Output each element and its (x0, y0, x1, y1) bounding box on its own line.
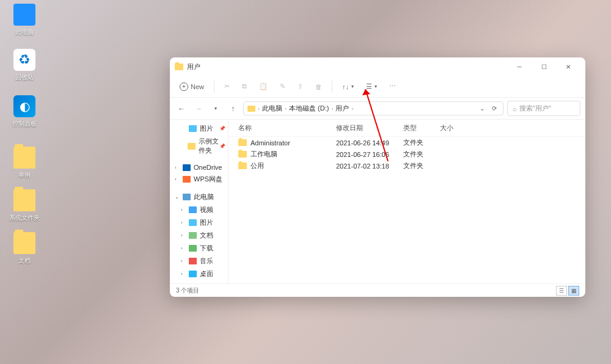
back-button[interactable]: ← (175, 102, 188, 115)
tree-icon (189, 258, 197, 264)
share-button[interactable]: ⇪ (293, 80, 308, 93)
sidebar-label: 桌面 (200, 269, 213, 278)
desktop-icon-folder[interactable]: 文档 (6, 232, 43, 265)
file-type: 文件夹 (403, 138, 440, 147)
tree-icon (183, 176, 191, 183)
col-size[interactable]: 大小 (440, 122, 470, 134)
more-button[interactable]: ⋯ (384, 80, 401, 93)
titlebar[interactable]: 用户 ─ ☐ ✕ (170, 57, 585, 76)
sidebar-item[interactable]: ›WPS网盘 (170, 173, 228, 186)
new-button[interactable]: + New (175, 80, 209, 93)
sort-button[interactable]: ↑↓ ▾ (337, 81, 359, 93)
delete-button[interactable]: 🗑 (310, 81, 327, 93)
statusbar: 3 个项目 ☰ ▦ (170, 283, 585, 297)
address-bar[interactable]: › 此电脑 › 本地磁盘 (D:) › 用户 › ⌄ ⟳ (243, 101, 503, 115)
folder-icon (238, 162, 247, 169)
sidebar-label: OneDrive (194, 164, 222, 171)
desktop-icon-folder[interactable]: 单例 (6, 147, 43, 180)
tree-icon (189, 232, 197, 239)
file-date: 2021-07-02 13:18 (336, 162, 403, 170)
table-row[interactable]: 公用2021-07-02 13:18文件夹 (229, 160, 585, 172)
desktop-icon-pc[interactable]: 此电脑 (6, 4, 43, 37)
details-view-button[interactable]: ☰ (556, 286, 567, 296)
dropdown-icon[interactable]: ⌄ (477, 105, 487, 112)
breadcrumb-item[interactable]: 本地磁盘 (D:) (289, 104, 329, 113)
tree-icon (189, 125, 197, 132)
sidebar-label: WPS网盘 (194, 175, 222, 184)
file-date: 2021-06-26 14:49 (336, 139, 403, 147)
chevron-icon: › (181, 258, 186, 264)
up-button[interactable]: ↑ (226, 102, 240, 115)
breadcrumb-item[interactable]: 用户 (335, 104, 349, 113)
window-title: 用户 (187, 62, 200, 71)
table-row[interactable]: Administrator2021-06-26 14:49文件夹 (229, 137, 585, 148)
sidebar-item[interactable]: ›视频 (170, 203, 228, 216)
sidebar: 图片📌示例文件夹📌›OneDrive›WPS网盘⌄此电脑›视频›图片›文档›下载… (170, 120, 229, 283)
refresh-button[interactable]: ⟳ (489, 105, 499, 112)
tree-icon (189, 271, 197, 277)
tree-icon (183, 164, 191, 171)
sidebar-item[interactable]: ⌄此电脑 (170, 191, 228, 203)
forward-button[interactable]: → (192, 102, 205, 115)
sidebar-label: 文档 (200, 231, 213, 240)
sidebar-item[interactable]: 示例文件夹📌 (170, 135, 228, 157)
sidebar-label: 本地磁盘 (C:) (198, 282, 225, 283)
tree-icon (188, 143, 196, 150)
sidebar-item[interactable]: ›本地磁盘 (C:) (170, 280, 228, 283)
sidebar-item[interactable]: 图片📌 (170, 122, 228, 135)
item-count: 3 个项目 (176, 286, 199, 295)
view-button[interactable]: ☰ ▾ (361, 80, 382, 93)
recent-button[interactable]: ▾ (209, 102, 222, 115)
folder-icon (247, 106, 255, 112)
search-input[interactable]: ⌕ 搜索"用户" (507, 101, 580, 116)
toolbar: + New ✂ ⧉ 📋 ✎ ⇪ 🗑 ↑↓ ▾ ☰ ▾ ⋯ (170, 76, 585, 98)
search-icon: ⌕ (513, 105, 517, 112)
icon-label: 单例 (6, 171, 43, 180)
column-headers[interactable]: 名称 修改日期 类型 大小 (229, 120, 585, 137)
sidebar-label: 视频 (200, 205, 213, 214)
maximize-button[interactable]: ☐ (532, 58, 556, 75)
icon-label: 系统文件夹 (6, 214, 43, 222)
paste-button[interactable]: 📋 (254, 80, 273, 93)
navbar: ← → ▾ ↑ › 此电脑 › 本地磁盘 (D:) › 用户 › ⌄ ⟳ ⌕ 搜… (170, 98, 585, 120)
chevron-icon: › (181, 271, 186, 277)
icon-label: 回收站 (6, 73, 43, 82)
desktop-icon-panel[interactable]: 控制面板 (6, 95, 43, 128)
plus-icon: + (180, 82, 188, 91)
pin-icon: 📌 (219, 126, 225, 131)
folder-icon (13, 232, 35, 254)
sidebar-item[interactable]: ›下载 (170, 242, 228, 255)
col-name[interactable]: 名称 (238, 122, 336, 134)
minimize-button[interactable]: ─ (507, 58, 532, 75)
tree-icon (189, 245, 197, 252)
breadcrumb-item[interactable]: 此电脑 (262, 104, 282, 113)
chevron-icon: › (181, 207, 186, 213)
sidebar-label: 图片 (200, 124, 213, 133)
sidebar-item[interactable]: ›文档 (170, 229, 228, 242)
file-name: 公用 (251, 161, 264, 170)
chevron-icon: › (175, 177, 180, 182)
table-row[interactable]: 工作电脑2021-06-27 16:06文件夹 (229, 148, 585, 160)
sidebar-item[interactable]: ›图片 (170, 216, 228, 229)
cut-button[interactable]: ✂ (219, 80, 235, 93)
col-date[interactable]: 修改日期 (336, 122, 403, 134)
content-pane: 名称 修改日期 类型 大小 Administrator2021-06-26 14… (229, 120, 585, 283)
copy-button[interactable]: ⧉ (237, 80, 252, 93)
panel-icon (13, 95, 35, 117)
file-type: 文件夹 (403, 161, 440, 170)
icon-label: 文档 (6, 257, 43, 265)
col-type[interactable]: 类型 (403, 122, 440, 134)
icons-view-button[interactable]: ▦ (568, 286, 579, 296)
chevron-icon: › (181, 220, 186, 225)
chevron-icon: › (181, 233, 186, 238)
sidebar-item[interactable]: ›OneDrive (170, 162, 228, 173)
sidebar-item[interactable]: ›桌面 (170, 268, 228, 280)
desktop-icon-folder[interactable]: 系统文件夹 (6, 189, 43, 222)
folder-icon (175, 64, 183, 70)
rename-button[interactable]: ✎ (275, 80, 290, 93)
file-explorer-window: 用户 ─ ☐ ✕ + New ✂ ⧉ 📋 ✎ ⇪ 🗑 ↑↓ ▾ ☰ ▾ ⋯ ← … (170, 57, 585, 297)
desktop-icon-bin[interactable]: 回收站 (6, 49, 43, 82)
sidebar-item[interactable]: ›音乐 (170, 255, 228, 268)
chevron-icon: ⌄ (175, 194, 180, 200)
close-button[interactable]: ✕ (556, 58, 580, 75)
